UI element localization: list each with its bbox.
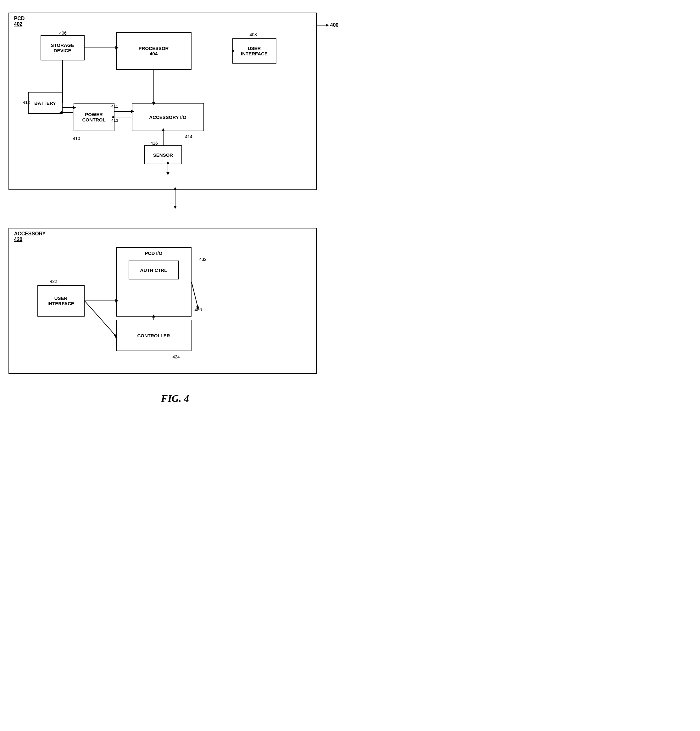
processor-label: PROCESSOR bbox=[139, 46, 169, 51]
power-ctrl-ref: 410 bbox=[73, 136, 80, 141]
auth-ctrl-label: AUTH CTRL bbox=[140, 267, 167, 273]
pcd-ref: 402 bbox=[14, 21, 23, 27]
pcd-inner: STORAGE DEVICE 406 PROCESSOR 404 USER IN… bbox=[19, 29, 307, 180]
battery-block: BATTERY bbox=[28, 92, 63, 114]
ui-acc-label1: USER bbox=[47, 295, 74, 301]
user-interface-accessory-block: USER INTERFACE bbox=[37, 285, 85, 317]
pcd-io-label: PCD I/O bbox=[117, 248, 191, 258]
accessory-label: ACCESSORY 420 bbox=[14, 231, 46, 242]
processor-block: PROCESSOR 404 bbox=[116, 32, 192, 70]
storage-device-block: STORAGE DEVICE bbox=[41, 35, 85, 60]
storage-label: STORAGE bbox=[51, 43, 74, 48]
sensor-ref: 416 bbox=[151, 141, 158, 146]
user-interface-pcd-block: USER INTERFACE bbox=[232, 38, 277, 63]
accessory-ref: 420 bbox=[14, 236, 23, 242]
power-control-block: POWER CONTROL bbox=[73, 103, 114, 131]
auth-ctrl-block: AUTH CTRL bbox=[129, 261, 179, 279]
power-ctrl-label1: POWER bbox=[82, 112, 105, 117]
accessory-section: ACCESSORY 420 USER INTERFACE 422 PCD I/O… bbox=[9, 228, 317, 374]
sensor-label: SENSOR bbox=[153, 152, 173, 158]
accessory-io-block: ACCESSORY I/O bbox=[132, 103, 204, 131]
ui-pcd-label1: USER bbox=[241, 46, 268, 51]
processor-ref: 404 bbox=[139, 51, 169, 56]
power-ctrl-label2: CONTROL bbox=[82, 117, 105, 122]
battery-ref: 412 bbox=[23, 100, 30, 105]
ui-acc-ref: 422 bbox=[50, 279, 57, 284]
ui-pcd-ref: 408 bbox=[250, 32, 257, 37]
svg-line-27 bbox=[85, 301, 116, 335]
ref-426: 426 bbox=[195, 307, 202, 312]
accessory-inner: USER INTERFACE 422 PCD I/O AUTH CTRL 432… bbox=[19, 244, 307, 364]
main-reference: 400 bbox=[316, 22, 339, 28]
ui-pcd-label2: INTERFACE bbox=[241, 51, 268, 56]
svg-marker-26 bbox=[174, 206, 177, 209]
sensor-block: SENSOR bbox=[144, 145, 182, 164]
battery-label: BATTERY bbox=[34, 100, 56, 106]
main-ref-label: 400 bbox=[330, 22, 339, 28]
pcd-io-container: PCD I/O AUTH CTRL bbox=[116, 247, 192, 317]
storage-label2: DEVICE bbox=[51, 48, 74, 53]
storage-ref: 406 bbox=[59, 31, 67, 35]
controller-ref: 424 bbox=[173, 354, 180, 360]
auth-ctrl-ref: 432 bbox=[199, 257, 206, 262]
pcd-label: PCD 402 bbox=[14, 16, 25, 27]
between-section-arrow bbox=[9, 190, 342, 209]
accessory-io-ref: 414 bbox=[185, 134, 192, 139]
accessory-io-label: ACCESSORY I/O bbox=[149, 114, 186, 120]
ui-acc-label2: INTERFACE bbox=[47, 301, 74, 306]
svg-marker-22 bbox=[166, 172, 170, 175]
pcd-section: PCD 402 STORAGE DEVICE 406 PROCESSOR 404 bbox=[9, 13, 317, 190]
figure-caption: FIG. 4 bbox=[161, 393, 189, 404]
svg-marker-1 bbox=[326, 23, 329, 27]
svg-line-33 bbox=[192, 282, 198, 307]
controller-label: CONTROLLER bbox=[137, 333, 170, 338]
controller-block: CONTROLLER bbox=[116, 320, 192, 351]
